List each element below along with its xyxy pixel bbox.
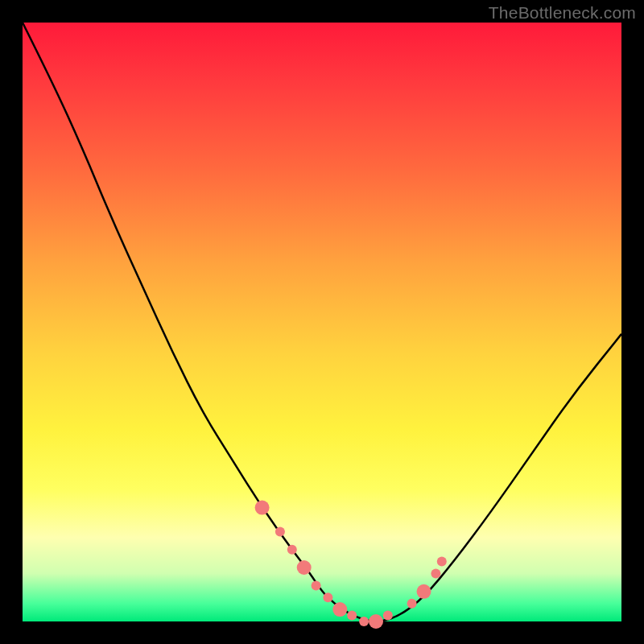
data-marker [323,592,332,602]
data-marker [297,560,312,575]
data-marker [275,526,285,536]
data-marker [437,557,447,567]
data-marker [287,545,297,555]
data-marker [417,584,431,599]
data-marker [255,501,270,515]
chart-plot-area [23,23,621,621]
data-marker [332,602,347,617]
watermark-text: TheBottleneck.com [489,3,636,23]
data-marker [312,580,321,590]
marker-group [255,501,447,629]
chart-svg [23,23,621,621]
bottleneck-curve [23,23,621,621]
data-marker [383,611,393,621]
data-marker [347,611,357,621]
data-marker [407,599,417,609]
data-marker [369,614,383,629]
data-marker [431,569,440,579]
data-marker [359,617,369,626]
